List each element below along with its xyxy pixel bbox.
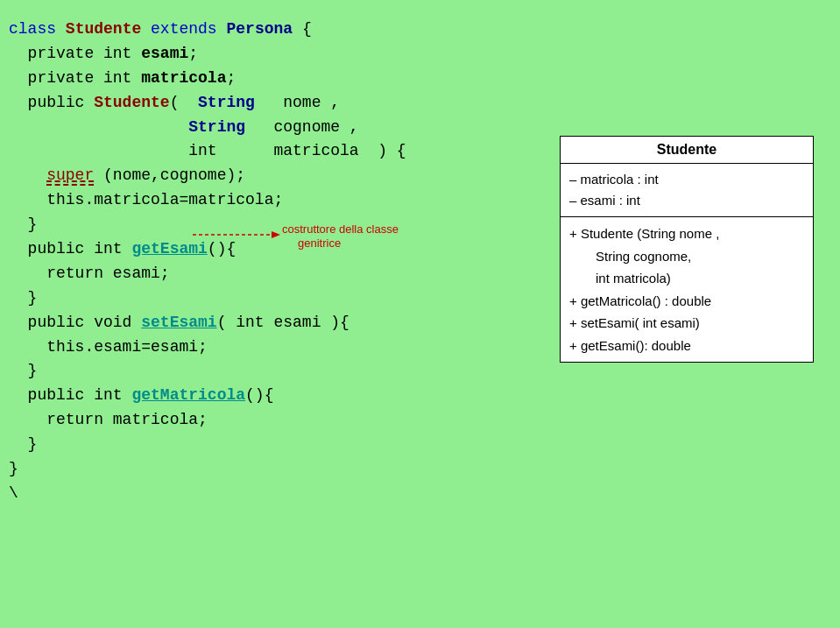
code-line-14: this.esami=esami;: [9, 335, 517, 360]
uml-method-2: + getMatricola() : double: [569, 290, 804, 313]
code-line-13: public void setEsami( int esami ){: [9, 311, 517, 335]
code-line-2: private int esami;: [9, 42, 517, 67]
uml-method-3: + setEsami( int esami): [569, 312, 804, 335]
uml-method-1b: String cognome,: [569, 245, 804, 268]
code-line-15: }: [9, 359, 517, 384]
uml-method-1c: int matricola): [569, 267, 804, 290]
annotation-arrow: costruttore della classe genitrice: [193, 226, 368, 296]
code-line-19: }: [9, 457, 517, 482]
uml-diagram: Studente – matricola : int – esami : int…: [560, 136, 814, 363]
code-line-7: super (nome,cognome);: [9, 164, 517, 188]
code-line-20: \: [9, 482, 517, 506]
annotation-line1: costruttore della classe: [282, 222, 399, 236]
code-line-3: private int matricola;: [9, 67, 517, 91]
code-line-16: public int getMatricola(){: [9, 384, 517, 408]
uml-attributes: – matricola : int – esami : int: [561, 164, 813, 217]
uml-method-1: + Studente (String nome ,: [569, 222, 804, 245]
uml-methods: + Studente (String nome , String cognome…: [561, 217, 813, 362]
uml-attr-2: – esami : int: [569, 190, 804, 211]
annotation-line2: genitrice: [298, 236, 341, 250]
uml-attr-1: – matricola : int: [569, 169, 804, 190]
uml-method-4: + getEsami(): double: [569, 335, 804, 357]
code-line-4: public Studente( String nome ,: [9, 91, 517, 116]
svg-marker-1: [272, 231, 280, 238]
code-line-17: return matricola;: [9, 408, 517, 433]
code-line-18: }: [9, 433, 517, 457]
code-line-5: String cognome ,: [9, 116, 517, 140]
uml-title: Studente: [561, 137, 813, 164]
code-line-1: class Studente extends Persona {: [9, 18, 517, 42]
code-line-6: int matricola ) {: [9, 139, 517, 164]
code-line-8: this.matricola=matricola;: [9, 188, 517, 213]
